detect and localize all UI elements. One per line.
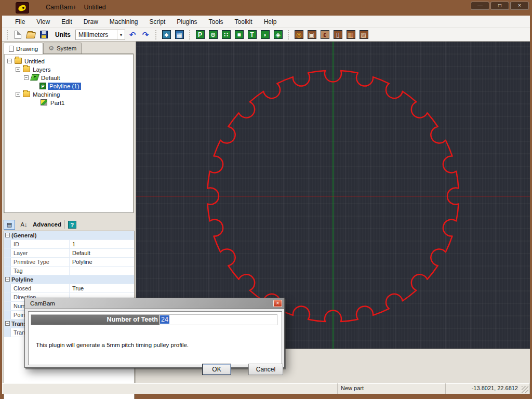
part-icon [41,99,47,105]
collapse-icon[interactable]: − [5,321,10,326]
property-row[interactable]: ClosedTrue [4,284,134,293]
dialog-close-icon[interactable]: × [273,300,282,307]
property-category[interactable]: −(General) [4,231,134,240]
ok-button[interactable]: OK [202,364,231,375]
collapse-icon[interactable]: − [24,75,29,80]
folder-icon [23,66,30,72]
advanced-label[interactable]: Advanced [33,221,61,228]
menu-draw[interactable]: Draw [78,17,104,27]
property-category[interactable]: −Polyline [4,275,134,284]
property-value[interactable] [69,267,134,275]
minimize-button[interactable]: — [471,2,489,10]
collapse-icon[interactable]: − [16,92,20,97]
tab-system[interactable]: ⚙System [43,43,82,54]
property-row[interactable]: Primitive TypePolyline [4,258,134,267]
axis-icon: ∗ [162,30,171,39]
dialog-content: Number of Teeth 24 This plugin will gene… [28,311,282,365]
menu-view[interactable]: View [31,17,56,27]
menu-script[interactable]: Script [144,17,171,27]
help-icon[interactable]: ? [68,221,76,229]
title-bar[interactable]: CamBam+Untitled —□× [0,0,532,16]
menu-edit[interactable]: Edit [56,17,78,27]
collapse-icon[interactable]: − [5,277,10,282]
row-gutter [4,258,11,266]
tree-item-polyline-1-[interactable]: PPolyline (1) [4,82,133,90]
collapse-icon[interactable]: − [16,67,20,72]
cam-heightmap-button[interactable]: ▨ [358,29,369,41]
new-file-button[interactable] [12,29,23,41]
cam-engrave-button[interactable]: ε [319,29,330,41]
grid-icon: ▦ [175,30,184,39]
property-value[interactable]: Polyline [69,258,134,266]
property-name: Layer [11,249,69,257]
resize-grip[interactable] [522,386,528,393]
row-gutter [4,328,11,337]
plugin-dialog: CamBam × Number of Teeth 24 This plugin … [24,298,285,368]
combo-dropdown-icon[interactable]: ▾ [117,30,125,39]
menu-help[interactable]: Help [258,17,283,27]
draw-polyline-button[interactable]: P [194,29,206,41]
units-select[interactable]: Millimeters▾ [75,30,125,40]
tree-item-default[interactable]: −Default [4,74,133,82]
draw-rectangle-button[interactable]: ■ [233,29,245,41]
cam-pocket-button[interactable]: ▣ [306,29,317,41]
dialog-title-bar[interactable]: CamBam × [25,298,284,309]
tree-item-layers[interactable]: −Layers [4,65,133,74]
tree-item-label[interactable]: Default [39,74,61,82]
axis-toggle-button[interactable]: ∗ [161,29,172,41]
menu-bar: FileViewEditDrawMachiningScriptPluginsTo… [2,16,530,28]
save-button[interactable] [38,29,49,41]
collapse-icon[interactable]: − [7,59,12,63]
row-gutter [4,311,11,319]
draw-surface-button[interactable]: ◗ [259,29,271,41]
property-row[interactable]: LayerDefault [4,249,134,258]
categorized-view-button[interactable]: ▤ [4,220,15,230]
property-value[interactable]: 1 [69,240,134,248]
property-name: Primitive Type [11,258,69,266]
menu-machining[interactable]: Machining [104,17,144,27]
tab-label: Drawing [16,46,38,52]
tree-item-label[interactable]: Layers [31,66,52,73]
tree-item-part1[interactable]: Part1 [4,99,133,107]
toolbar-separator [64,220,65,229]
tree-item-label[interactable]: Part1 [49,99,66,107]
property-value[interactable]: Default [69,249,134,257]
collapse-icon[interactable]: − [5,233,10,237]
close-button[interactable]: × [510,2,529,10]
tree-item-machining[interactable]: −Machining [4,90,133,99]
property-row[interactable]: ID1 [4,240,134,249]
cam-drill-button[interactable]: ▯ [332,29,343,41]
points-icon: ∷ [222,30,231,39]
teeth-input[interactable]: 24 [159,315,277,325]
row-gutter [4,284,11,292]
draw-text-button[interactable]: T [246,29,258,41]
tree-item-label[interactable]: Polyline (1) [48,83,81,90]
redo-icon: ↷ [141,30,150,39]
draw-points-button[interactable]: ∷ [220,29,232,41]
cam-lathe-button[interactable]: ▥ [345,29,356,41]
maximize-button[interactable]: □ [490,2,509,10]
grid-toggle-button[interactable]: ▦ [174,29,185,41]
menu-plugins[interactable]: Plugins [171,17,203,27]
property-row[interactable]: Tag [4,267,134,275]
tree-item-label[interactable]: Machining [31,91,61,98]
row-gutter [4,267,11,275]
cancel-button[interactable]: Cancel [248,364,283,375]
draw-circle-button[interactable]: ⊙ [207,29,219,41]
property-value[interactable]: True [69,284,134,292]
tree-item-label[interactable]: Untitled [23,58,46,65]
drill-icon: ▯ [334,30,342,39]
sort-alphabetical-button[interactable]: A↓ [18,220,30,230]
open-file-button[interactable] [25,29,36,41]
menu-tools[interactable]: Tools [203,17,229,27]
menu-toolkit[interactable]: Toolkit [229,17,258,27]
undo-button[interactable]: ↶ [127,29,138,41]
teeth-input-value: 24 [160,315,169,324]
draw-solid-button[interactable]: ◈ [272,29,284,41]
cam-profile-button[interactable]: ◎ [293,29,304,41]
menu-file[interactable]: File [9,17,31,27]
redo-button[interactable]: ↷ [140,29,151,41]
tab-drawing[interactable]: Drawing [4,43,43,54]
tree-item-untitled[interactable]: −Untitled [4,57,133,65]
units-value: Millimeters [76,31,117,38]
